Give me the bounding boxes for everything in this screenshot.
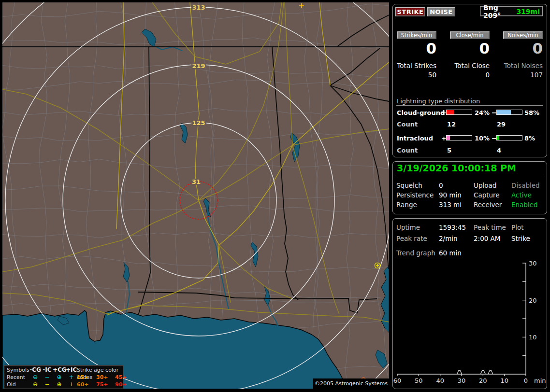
total-label: Total Strikes bbox=[386, 62, 436, 70]
trend-graph-label: Trend graph bbox=[396, 249, 435, 257]
trend-axis-tick-label: 40 bbox=[436, 377, 444, 384]
counter-column-noises-min: Noises/min0Total Noises107 bbox=[492, 30, 543, 79]
setting-label: Squelch bbox=[396, 182, 422, 189]
rate-value: 0 bbox=[439, 40, 490, 56]
noise-mode-button[interactable]: NOISE bbox=[427, 7, 455, 16]
trend-axis-tick-label: 0 bbox=[524, 377, 528, 384]
rate-value: 0 bbox=[492, 40, 543, 56]
minus-icon: − bbox=[42, 381, 53, 388]
count-label: Count bbox=[397, 121, 418, 128]
uptime-value: 1593:45 bbox=[439, 224, 466, 231]
clock-display: 3/19/2026 10:00:18 PM bbox=[397, 163, 516, 173]
trend-axis-tick-label: 20 bbox=[479, 377, 487, 384]
ic-plus-old-strike-icon bbox=[299, 3, 304, 8]
setting-value: 90 min bbox=[439, 191, 462, 199]
bearing-distance: 319mi bbox=[516, 8, 540, 15]
negative-count: 4 bbox=[497, 147, 501, 154]
copyright-text: ©2005 Astrogenic Systems bbox=[313, 378, 389, 389]
status-label: Upload bbox=[474, 182, 496, 189]
peak-rate-label: Peak rate bbox=[396, 235, 427, 242]
counter-label-button[interactable]: Strikes/min bbox=[397, 31, 436, 39]
age-code: 45+ bbox=[115, 374, 133, 381]
type-name: Cloud-ground bbox=[397, 109, 445, 116]
circle-plus-icon: ⊕ bbox=[53, 374, 66, 381]
total-label: Total Close bbox=[439, 62, 490, 70]
divider bbox=[396, 175, 544, 175]
trend-axis-tick-label: 30 bbox=[458, 377, 466, 384]
age-code: 60+ bbox=[77, 381, 96, 388]
minus-icon: − bbox=[42, 374, 53, 381]
uptime-label: Uptime bbox=[396, 224, 420, 231]
range-ring-labels: 31321912531 bbox=[192, 4, 205, 185]
negative-bar bbox=[496, 110, 522, 115]
peak-time-value: 2:00 AM bbox=[474, 235, 501, 242]
bearing-readout: Bng 209° 319mi bbox=[480, 6, 543, 16]
trend-graph: 3020106050403020100min bbox=[393, 257, 547, 388]
plus-icon: + bbox=[66, 374, 77, 381]
map-canvas[interactable]: 31321912531 bbox=[2, 2, 389, 389]
trend-graph-value: 60 min bbox=[439, 249, 462, 257]
trend-axis-tick-label: min bbox=[534, 377, 546, 384]
trend-axis-tick-label: 60 bbox=[393, 377, 401, 384]
positive-bar bbox=[446, 110, 472, 115]
plus-icon: + bbox=[66, 381, 77, 388]
plot-label: Plot bbox=[511, 224, 523, 231]
circle-minus-icon: ⊖ bbox=[29, 381, 42, 388]
count-label: Count bbox=[397, 147, 418, 154]
setting-label: Persistence bbox=[396, 191, 434, 199]
legend-row-name: Recent bbox=[7, 374, 29, 381]
app-window: { "panel": { "buttons": { "strike": "STR… bbox=[0, 0, 550, 392]
range-ring-label: 31 bbox=[192, 178, 201, 185]
positive-bar bbox=[446, 135, 472, 140]
peak-time-label: Peak time bbox=[474, 224, 506, 231]
strike-mode-button[interactable]: STRIKE bbox=[395, 7, 425, 16]
distribution-row-cloud-ground: Cloud-ground+24%−58% bbox=[397, 109, 544, 116]
total-value: 0 bbox=[439, 71, 490, 79]
plot-value: Strike bbox=[511, 235, 530, 242]
status-value: Enabled bbox=[511, 201, 538, 209]
negative-bar bbox=[496, 135, 522, 140]
legend-row-name: Old bbox=[7, 381, 29, 388]
legend-row-recent: Recent⊖−⊕+15+30+45+ bbox=[7, 374, 123, 381]
age-code: 30+ bbox=[96, 374, 115, 381]
positive-pct: 10% bbox=[475, 135, 490, 142]
divider bbox=[396, 105, 543, 106]
range-ring-label: 313 bbox=[192, 4, 205, 11]
positive-count: 5 bbox=[447, 147, 451, 154]
setting-value: 313 mi bbox=[439, 201, 462, 209]
distribution-title: Lightning type distribution bbox=[397, 98, 480, 105]
status-value: Active bbox=[511, 191, 532, 199]
status-value: Disabled bbox=[511, 182, 540, 189]
positive-count: 12 bbox=[447, 121, 456, 128]
total-label: Total Noises bbox=[492, 62, 543, 70]
circle-plus-icon: ⊕ bbox=[53, 381, 66, 388]
circle-minus-icon: ⊖ bbox=[29, 374, 42, 381]
map-legend: Symbols -CG -IC +CG +IC Strike age color… bbox=[4, 365, 123, 389]
legend-rows: Recent⊖−⊕+15+30+45+Old⊖−⊕+60+75+90+ bbox=[7, 374, 123, 388]
range-ring-label: 219 bbox=[192, 62, 205, 70]
counter-label-button[interactable]: Close/min bbox=[450, 31, 490, 39]
total-value: 50 bbox=[386, 71, 436, 79]
legend-row-old: Old⊖−⊕+60+75+90+ bbox=[7, 381, 123, 388]
counter-column-strikes-min: Strikes/min0Total Strikes50 bbox=[386, 30, 436, 79]
radar-map[interactable]: 31321912531 bbox=[2, 2, 389, 389]
trend-axis-tick-label: 20 bbox=[529, 297, 537, 304]
trend-axis-tick-label: 10 bbox=[529, 334, 537, 341]
status-label: Receiver bbox=[474, 201, 502, 209]
strike-symbols bbox=[299, 3, 380, 383]
age-code: 90+ bbox=[115, 381, 133, 388]
legend-header-row: Symbols -CG -IC +CG +IC Strike age color… bbox=[7, 366, 123, 374]
peak-rate-value: 2/min bbox=[439, 235, 458, 242]
range-ring-label: 125 bbox=[192, 119, 205, 126]
negative-count: 29 bbox=[497, 121, 506, 128]
cg-plus-old-strike-icon bbox=[375, 263, 380, 268]
positive-pct: 24% bbox=[475, 109, 490, 116]
counter-label-button[interactable]: Noises/min bbox=[503, 31, 543, 39]
total-value: 107 bbox=[492, 71, 543, 79]
distribution-row-intracloud: Intracloud+10%−8% bbox=[397, 135, 544, 141]
negative-pct: 8% bbox=[524, 135, 535, 142]
counter-column-close-min: Close/min0Total Close0 bbox=[439, 30, 490, 79]
age-code: 75+ bbox=[96, 381, 115, 388]
status-label: Capture bbox=[474, 191, 500, 199]
rate-value: 0 bbox=[386, 40, 436, 56]
